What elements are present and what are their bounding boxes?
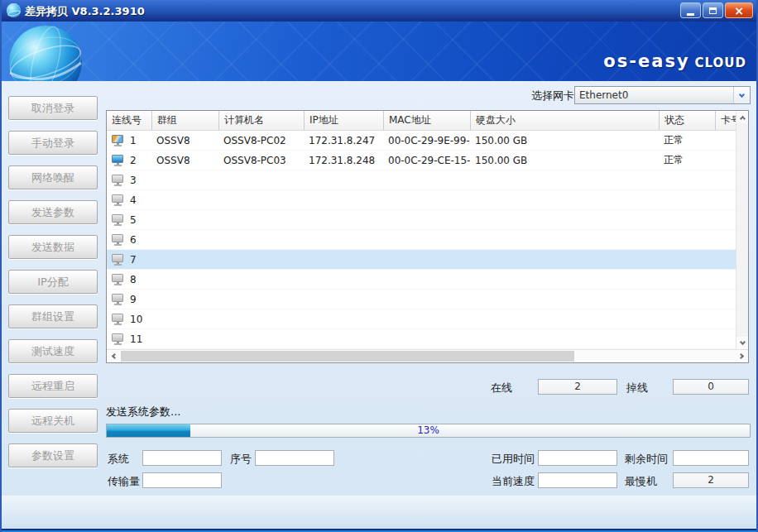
h-scroll-thumb[interactable] xyxy=(121,351,574,362)
row-number: 9 xyxy=(130,294,137,305)
sidebar-button-ip-assign[interactable]: IP分配 xyxy=(8,270,98,294)
header-banner: os-easyCLOUD xyxy=(2,22,756,81)
monitor-offline-icon xyxy=(111,274,125,285)
scroll-up-button[interactable] xyxy=(736,111,748,123)
header-cell-mac[interactable]: MAC地址 xyxy=(383,111,470,130)
monitor-online-active-icon xyxy=(111,135,125,146)
table-row[interactable]: 6 xyxy=(107,230,748,250)
progress-bar: 13% xyxy=(106,424,751,438)
table-row[interactable]: 10 xyxy=(107,309,748,329)
row-number: 6 xyxy=(130,234,137,246)
progress-percent: 13% xyxy=(107,424,750,437)
header-cell-ip[interactable]: IP地址 xyxy=(304,111,383,130)
nic-dropdown-button[interactable] xyxy=(733,87,750,103)
cell-num: 5 xyxy=(107,214,151,226)
slowest-machine-field[interactable]: 2 xyxy=(673,472,749,488)
table-row[interactable]: 8 xyxy=(107,270,748,290)
table-row[interactable]: 3 xyxy=(107,170,748,190)
client-table: 连线号群组计算机名IP地址MAC地址硬盘大小状态卡号 1OSSV8OSSV8-P… xyxy=(106,110,749,363)
table-row[interactable]: 9 xyxy=(107,290,748,309)
maximize-button[interactable] xyxy=(703,2,723,18)
nic-select[interactable]: Ethernet0 xyxy=(574,86,751,104)
table-row[interactable]: 2OSSV8OSSV8-PC03172.31.8.24800-0C-29-CE-… xyxy=(107,151,748,170)
sidebar-button-cancel-login[interactable]: 取消登录 xyxy=(8,96,98,120)
sidebar-button-send-params[interactable]: 发送参数 xyxy=(8,200,98,224)
scroll-right-button[interactable] xyxy=(735,350,748,362)
sidebar-button-group-settings[interactable]: 群组设置 xyxy=(8,304,98,328)
serial-field[interactable] xyxy=(255,450,334,466)
sidebar-button-wake-on-lan[interactable]: 网络唤醒 xyxy=(8,165,98,189)
cell-group: OSSV8 xyxy=(151,155,218,166)
cell-num: 11 xyxy=(107,333,151,345)
online-count-field[interactable]: 2 xyxy=(538,379,617,395)
globe-logo-icon xyxy=(7,23,84,81)
scroll-down-button[interactable] xyxy=(736,337,748,349)
row-number: 1 xyxy=(130,135,137,146)
elapsed-time-field[interactable] xyxy=(538,450,617,466)
offline-count-field[interactable]: 0 xyxy=(673,379,749,395)
row-number: 11 xyxy=(130,333,142,345)
monitor-online-icon xyxy=(111,155,125,166)
title-bar: 差异拷贝 V8.3.2.3910 × xyxy=(2,0,756,22)
scroll-left-button[interactable] xyxy=(107,350,120,362)
window-controls: × xyxy=(680,2,753,18)
current-speed-field[interactable] xyxy=(538,472,617,488)
cell-ip: 172.31.8.247 xyxy=(304,135,383,146)
offline-label: 掉线 xyxy=(626,381,648,395)
row-number: 2 xyxy=(130,155,137,166)
monitor-offline-icon xyxy=(111,234,125,246)
monitor-offline-icon xyxy=(111,333,125,345)
sidebar-button-param-settings[interactable]: 参数设置 xyxy=(8,443,98,467)
row-number: 3 xyxy=(130,175,137,186)
header-cell-group[interactable]: 群组 xyxy=(151,111,218,130)
monitor-offline-icon xyxy=(111,254,125,266)
row-number: 10 xyxy=(130,314,142,325)
header-cell-card[interactable]: 卡号 xyxy=(715,111,736,130)
table-row[interactable]: 7 xyxy=(107,250,748,270)
maximize-icon xyxy=(709,7,717,14)
current-speed-label: 当前速度 xyxy=(492,474,535,489)
transfer-field[interactable] xyxy=(142,472,222,488)
vertical-scrollbar[interactable] xyxy=(736,111,748,349)
header-cell-disk[interactable]: 硬盘大小 xyxy=(470,111,659,130)
brand-secondary: CLOUD xyxy=(695,55,746,70)
online-label: 在线 xyxy=(491,381,512,395)
cell-mac: 00-0C-29-CE-15-79 xyxy=(383,155,470,166)
header-cell-status[interactable]: 状态 xyxy=(659,111,715,130)
progress-status-text: 发送系统参数... xyxy=(106,405,180,419)
cell-num: 1 xyxy=(107,135,151,146)
cell-num: 8 xyxy=(107,274,151,285)
sidebar: 取消登录手动登录网络唤醒发送参数发送数据IP分配群组设置测试速度远程重启远程关机… xyxy=(8,96,98,478)
sidebar-button-manual-login[interactable]: 手动登录 xyxy=(8,131,98,155)
table-row[interactable]: 4 xyxy=(107,190,748,210)
horizontal-scrollbar[interactable] xyxy=(107,349,748,362)
monitor-offline-icon xyxy=(111,214,125,226)
slowest-machine-label: 最慢机 xyxy=(625,474,657,489)
close-button[interactable]: × xyxy=(725,2,753,18)
transfer-label: 传输量 xyxy=(108,474,140,489)
monitor-offline-icon xyxy=(111,314,125,325)
row-number: 5 xyxy=(130,214,137,226)
table-header: 连线号群组计算机名IP地址MAC地址硬盘大小状态卡号 xyxy=(107,111,748,131)
table-row[interactable]: 11 xyxy=(107,329,748,349)
sidebar-button-remote-restart[interactable]: 远程重启 xyxy=(8,374,98,398)
sidebar-button-test-speed[interactable]: 测试速度 xyxy=(8,339,98,363)
header-cell-computer[interactable]: 计算机名 xyxy=(218,111,304,130)
cell-num: 4 xyxy=(107,194,151,206)
header-cell-num[interactable]: 连线号 xyxy=(107,111,151,130)
cell-ip: 172.31.8.248 xyxy=(304,155,383,166)
row-number: 7 xyxy=(130,254,137,266)
close-icon: × xyxy=(734,5,744,17)
sidebar-button-send-data[interactable]: 发送数据 xyxy=(8,235,98,259)
minimize-button[interactable] xyxy=(680,2,701,18)
table-row[interactable]: 5 xyxy=(107,210,748,230)
remaining-time-field[interactable] xyxy=(673,450,749,466)
sidebar-button-remote-shutdown[interactable]: 远程关机 xyxy=(8,409,98,433)
table-row[interactable]: 1OSSV8OSSV8-PC02172.31.8.24700-0C-29-9E-… xyxy=(107,131,748,151)
table-body: 1OSSV8OSSV8-PC02172.31.8.24700-0C-29-9E-… xyxy=(107,131,748,349)
main-content: 选择网卡 Ethernet0 取消登录手动登录网络唤醒发送参数发送数据IP分配群… xyxy=(2,81,756,529)
cell-num: 2 xyxy=(107,155,151,166)
system-field[interactable] xyxy=(142,450,222,466)
cell-num: 10 xyxy=(107,314,151,325)
monitor-offline-icon xyxy=(111,194,125,206)
